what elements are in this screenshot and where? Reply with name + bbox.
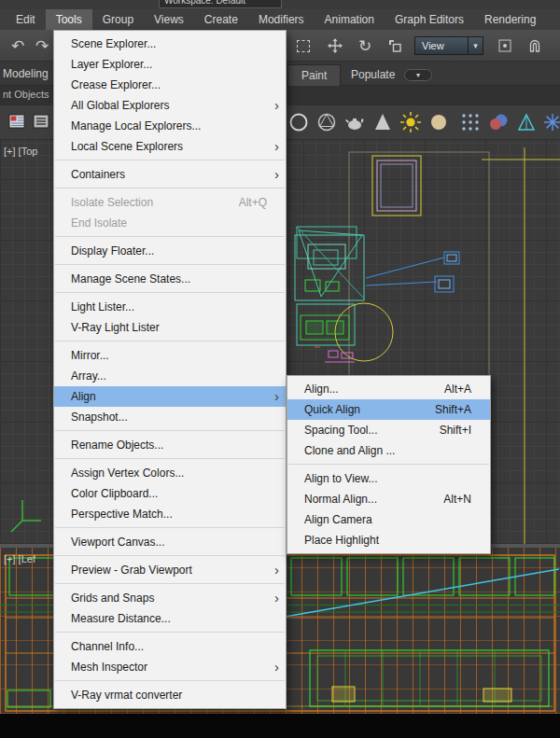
ribbon-collapse-button[interactable]: ▾: [404, 69, 432, 81]
tools-menu-item-assign-vertex-colors[interactable]: Assign Vertex Colors...: [54, 463, 286, 483]
tools-menu-item-mesh-inspector[interactable]: Mesh Inspector›: [54, 657, 286, 677]
tools-menu-separator: [55, 458, 285, 459]
tools-menu-item-channel-info[interactable]: Channel Info...: [54, 636, 286, 657]
tools-menu-separator: [55, 160, 285, 160]
tools-menu-item-manage-scene-states[interactable]: Manage Scene States...: [54, 269, 286, 289]
menubar-item-create[interactable]: Create: [194, 9, 248, 30]
menu-item-label: Clone and Align ...: [304, 444, 395, 457]
menubar-item-animation[interactable]: Animation: [315, 9, 385, 30]
align-submenu-item-spacing-tool[interactable]: Spacing Tool...Shift+I: [287, 420, 490, 440]
tools-menu-item-display-floater[interactable]: Display Floater...: [54, 241, 286, 261]
viewport-top-label[interactable]: [+] [Top: [4, 146, 37, 157]
tools-menu-item-grids-and-snaps[interactable]: Grids and Snaps›: [54, 588, 286, 608]
tools-menu-item-local-scene-explorers[interactable]: Local Scene Explorers›: [54, 136, 286, 157]
align-submenu-item-align-to-view[interactable]: Align to View...: [287, 468, 490, 489]
sphere-button[interactable]: [286, 109, 312, 135]
geosphere-button[interactable]: [314, 109, 340, 135]
tools-menu-item-light-lister[interactable]: Light Lister...: [54, 297, 286, 317]
menu-item-label: Grids and Snaps: [71, 592, 154, 605]
ribbon-tab-populate[interactable]: Populate: [338, 64, 408, 86]
menu-item-label: Rename Objects...: [71, 439, 163, 452]
menu-item-label: All Global Explorers: [71, 99, 169, 112]
align-submenu-item-align[interactable]: Align...Alt+A: [287, 379, 490, 399]
menubar-item-group[interactable]: Group: [92, 9, 144, 30]
tools-menu-item-crease-explorer[interactable]: Crease Explorer...: [54, 75, 286, 95]
workspace-dropdown[interactable]: Workspace: Default: [159, 0, 282, 8]
scale-button[interactable]: [383, 34, 407, 58]
use-center-button[interactable]: [493, 34, 517, 58]
align-submenu-item-normal-align[interactable]: Normal Align...Alt+N: [287, 489, 490, 509]
tools-menu-separator: [55, 632, 285, 633]
viewport-left-label[interactable]: [+] [Lef: [4, 553, 35, 564]
rect-select-icon: [297, 40, 310, 52]
undo-button[interactable]: ↶: [6, 34, 30, 58]
tools-menu-item-viewport-canvas[interactable]: Viewport Canvas...: [54, 532, 286, 552]
tools-menu-separator: [55, 292, 285, 293]
layer-list-button[interactable]: [32, 112, 50, 131]
tools-menu-item-rename-objects[interactable]: Rename Objects...: [54, 435, 286, 455]
menubar-item-rendering[interactable]: Rendering: [474, 9, 546, 30]
menubar-item-edit[interactable]: Edit: [6, 9, 46, 30]
align-submenu-item-align-camera[interactable]: Align Camera: [287, 509, 490, 530]
snap-toggle-button[interactable]: [523, 34, 547, 58]
align-submenu-item-quick-align[interactable]: Quick AlignShift+A: [287, 399, 490, 420]
menu-item-label: Crease Explorer...: [71, 78, 161, 91]
menubar-item-tools[interactable]: Tools: [46, 9, 92, 30]
list-icon: [33, 113, 49, 130]
redo-icon: ↷: [35, 38, 49, 54]
menu-item-label: Preview - Grab Viewport: [71, 564, 192, 577]
cone-icon: [371, 111, 394, 133]
align-submenu-item-clone-and-align[interactable]: Clone and Align ...: [287, 440, 490, 461]
tools-menu-item-align[interactable]: Align›: [54, 386, 286, 407]
menu-item-label: Snapshot...: [71, 411, 128, 424]
reference-coordinate-dropdown[interactable]: View ▾: [414, 36, 483, 55]
menu-item-shortcut: Alt+A: [429, 383, 471, 396]
tools-menu-item-all-global-explorers[interactable]: All Global Explorers›: [54, 95, 286, 116]
menubar-item-views[interactable]: Views: [144, 9, 194, 30]
teapot-icon: [343, 111, 366, 133]
ribbon-tab-paint[interactable]: Paint: [287, 64, 341, 86]
status-bar: [0, 714, 560, 738]
menubar-item-modifiers[interactable]: Modifiers: [248, 9, 315, 30]
tools-menu-item-color-clipboard[interactable]: Color Clipboard...: [54, 483, 286, 504]
ribbon-tab-modeling[interactable]: Modeling: [3, 67, 49, 80]
teapot-button[interactable]: [342, 109, 368, 135]
align-submenu-item-place-highlight[interactable]: Place Highlight: [287, 530, 490, 550]
tools-menu-item-containers[interactable]: Containers›: [54, 164, 286, 185]
chevron-down-icon: ▾: [416, 71, 420, 79]
sun-light-button[interactable]: [398, 109, 424, 135]
tools-menu-item-array[interactable]: Array...: [54, 366, 286, 386]
menubar-item-graph-editors[interactable]: Graph Editors: [385, 9, 474, 30]
prism-button[interactable]: [513, 109, 539, 135]
menubar: EditToolsGroupViewsCreateModifiersAnimat…: [0, 9, 560, 30]
move-button[interactable]: [323, 34, 347, 58]
tools-menu-item-measure-distance[interactable]: Measure Distance...: [54, 608, 286, 629]
tools-menu-item-preview-grab-viewport[interactable]: Preview - Grab Viewport›: [54, 560, 286, 580]
particle-grid-icon: [459, 111, 482, 133]
cone-button[interactable]: [370, 109, 396, 135]
tan-sphere-button[interactable]: [426, 109, 452, 135]
particle-grid-button[interactable]: [457, 109, 483, 135]
tools-menu-item-manage-local-explorers[interactable]: Manage Local Explorers...: [54, 116, 286, 136]
spheres-pair-button[interactable]: [485, 109, 511, 135]
snowflake-button[interactable]: [539, 109, 560, 135]
tools-menu-item-v-ray-vrmat-converter[interactable]: V-Ray vrmat converter: [54, 685, 286, 705]
submenu-arrow-icon: ›: [274, 659, 279, 675]
menu-item-label: Scene Explorer...: [71, 37, 156, 50]
tools-menu: Scene Explorer...Layer Explorer...Crease…: [53, 30, 287, 709]
redo-button[interactable]: ↷: [30, 34, 54, 58]
menu-item-label: Mirror...: [71, 349, 109, 362]
tools-menu-item-end-isolate: End Isolate: [54, 213, 286, 233]
rect-select-button[interactable]: [291, 34, 315, 58]
tools-menu-item-layer-explorer[interactable]: Layer Explorer...: [54, 54, 286, 75]
rotate-button[interactable]: ↻: [353, 34, 377, 58]
tools-menu-item-perspective-match[interactable]: Perspective Match...: [54, 504, 286, 524]
tools-menu-item-v-ray-light-lister[interactable]: V-Ray Light Lister: [54, 317, 286, 338]
scene-explorer-button[interactable]: [7, 112, 26, 131]
tools-menu-item-mirror[interactable]: Mirror...: [54, 345, 286, 366]
sun-light-icon: [399, 111, 422, 133]
menu-item-label: Normal Align...: [304, 493, 377, 506]
tools-menu-item-scene-explorer[interactable]: Scene Explorer...: [54, 34, 286, 54]
prism-icon: [515, 111, 538, 133]
tools-menu-item-snapshot[interactable]: Snapshot...: [54, 407, 286, 427]
